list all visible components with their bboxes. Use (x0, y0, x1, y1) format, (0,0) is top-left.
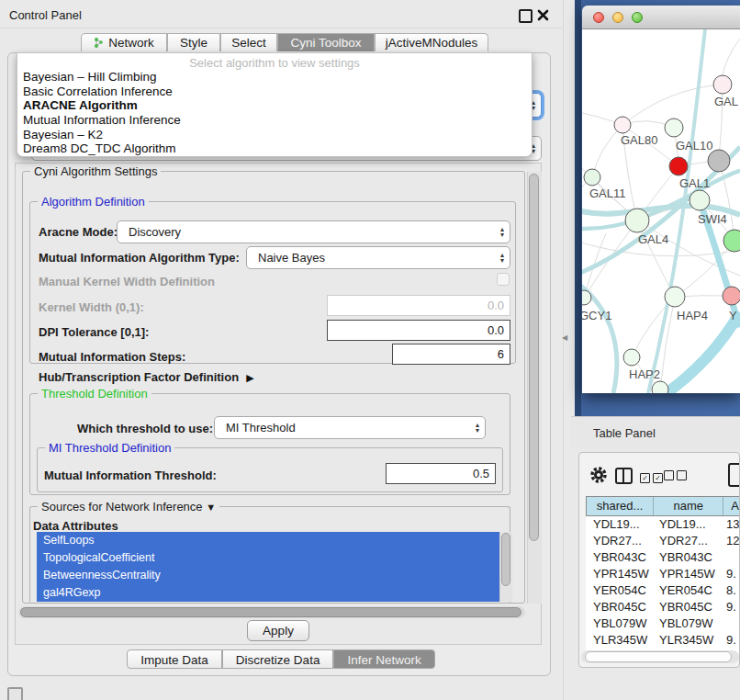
table-row[interactable]: YDR27...YDR27...12 (586, 533, 740, 549)
node-GAL-top[interactable] (713, 75, 732, 94)
tab-network[interactable]: Network (81, 33, 167, 51)
algorithm-option[interactable]: Mutual Information Inference (21, 113, 528, 127)
column-header-partial[interactable]: A (723, 497, 740, 515)
attribute-item[interactable]: TopologicalCoefficient (37, 549, 499, 567)
svg-text:GCY1: GCY1 (582, 309, 611, 322)
dpi-tolerance-field[interactable]: 0.0 (327, 320, 510, 341)
algorithm-dropdown-popup: Select algorithm to view settings Bayesi… (17, 52, 533, 157)
mi-threshold-field[interactable]: 0.5 (386, 463, 496, 484)
node-SWI4[interactable] (690, 190, 710, 210)
node-HAP2[interactable] (623, 349, 640, 366)
node-Y[interactable] (723, 287, 740, 305)
combo-placeholder: Select algorithm to view settings (17, 56, 532, 70)
settings-vertical-scrollbar[interactable] (527, 172, 542, 604)
combo-arrows-icon: ▴▾ (476, 423, 479, 434)
tab-cyni-toolbox[interactable]: Cyni Toolbox (277, 33, 375, 51)
table-panel-title: Table Panel (593, 426, 656, 440)
table-row[interactable]: YPR145WYPR145W9. (586, 566, 740, 582)
list-scrollbar[interactable] (499, 532, 512, 602)
kernel-width-field[interactable]: 0.0 (327, 295, 510, 316)
svg-text:GAL80: GAL80 (621, 133, 657, 147)
network-canvas[interactable]: GAL80 GAL10 GAL1 GAL11 SWI4 GAL4 GAL GCY… (582, 29, 740, 393)
float-window-icon[interactable] (519, 9, 533, 23)
node-bottom[interactable] (652, 381, 668, 393)
tab-select[interactable]: Select (220, 33, 277, 51)
collapse-down-icon[interactable]: ▼ (206, 502, 216, 513)
algorithm-option[interactable]: Bayesian – K2 (21, 128, 528, 141)
dpi-tolerance-label: DPI Tolerance [0,1]: (39, 325, 149, 339)
select-all-checkboxes-icon[interactable]: ✓✓ (640, 469, 666, 483)
network-icon (94, 36, 104, 54)
manual-kernel-label: Manual Kernel Width Definition (39, 275, 215, 288)
svg-text:HAP2: HAP2 (629, 367, 660, 381)
tab-impute-data[interactable]: Impute Data (127, 649, 222, 669)
node-HAP4[interactable] (665, 287, 685, 307)
control-panel-titlebar: Control Panel (0, 4, 562, 28)
node-GAL11[interactable] (584, 169, 600, 186)
group-title: Sources for Network Inference ▼ (38, 500, 219, 514)
mi-type-combo[interactable]: Naive Bayes ▴▾ (246, 246, 510, 269)
table-body: YDL19...YDL19...13 YDR27...YDR27...12 YB… (586, 516, 740, 654)
settings-gear-icon[interactable] (589, 466, 608, 487)
table-document-icon[interactable] (728, 463, 740, 487)
table-row[interactable]: YDL19...YDL19...13 (586, 516, 740, 533)
svg-text:GAL1: GAL1 (679, 176, 710, 190)
table-horizontal-scrollbar[interactable] (581, 650, 739, 663)
tab-jactivemnodules[interactable]: jActiveMNodules (375, 33, 488, 51)
zoom-traffic-light-icon[interactable] (632, 12, 643, 23)
mi-steps-field[interactable]: 6 (392, 344, 510, 365)
attribute-item[interactable]: SelfLoops (37, 532, 499, 549)
table-row[interactable]: YBR043CYBR043C (586, 549, 740, 566)
aracne-mode-label: Aracne Mode: (39, 225, 118, 239)
tab-discretize-data[interactable]: Discretize Data (222, 649, 334, 669)
svg-text:Y: Y (729, 309, 737, 322)
algorithm-option-selected[interactable]: ARACNE Algorithm (21, 98, 528, 112)
manual-kernel-checkbox[interactable] (497, 273, 510, 286)
table-row[interactable]: YBR045CYBR045C9. (586, 599, 740, 615)
svg-text:SWI4: SWI4 (698, 212, 727, 226)
settings-horizontal-scrollbar[interactable] (18, 606, 525, 618)
node-gray[interactable] (708, 150, 730, 172)
close-traffic-light-icon[interactable] (593, 12, 604, 23)
svg-text:GAL10: GAL10 (676, 139, 712, 152)
which-threshold-combo[interactable]: MI Threshold ▴▾ (214, 416, 486, 439)
column-header-name[interactable]: name (654, 497, 723, 515)
data-attributes-label: Data Attributes (33, 519, 118, 533)
node-GAL4[interactable] (625, 209, 649, 232)
close-icon[interactable] (537, 9, 549, 21)
network-window-titlebar[interactable] (582, 6, 740, 29)
mi-threshold-label: Mutual Information Threshold: (44, 469, 217, 482)
algorithm-option[interactable]: Bayesian – Hill Climbing (21, 70, 528, 84)
hub-definition-expander[interactable]: Hub/Transcription Factor Definition▶ (39, 370, 254, 384)
application-window: Control Panel Network Style Select Cyni … (0, 0, 740, 700)
table-row[interactable]: YLR345WYLR345W9. (586, 632, 740, 649)
algorithm-option[interactable]: Dream8 DC_TDC Algorithm (21, 141, 528, 155)
node-GAL1[interactable] (669, 157, 688, 175)
cyni-bottom-tabs: Impute Data Discretize Data Infer Networ… (0, 649, 562, 671)
node-GAL10[interactable] (665, 119, 683, 137)
tab-style[interactable]: Style (167, 33, 220, 51)
group-title: Cyni Algorithm Settings (30, 164, 161, 178)
apply-button[interactable]: Apply (247, 620, 309, 641)
node-GAL80[interactable] (614, 117, 631, 133)
svg-text:HAP4: HAP4 (677, 309, 708, 322)
minimize-traffic-light-icon[interactable] (612, 12, 623, 23)
network-window: GAL80 GAL10 GAL1 GAL11 SWI4 GAL4 GAL GCY… (582, 6, 740, 393)
table-row[interactable]: YER054CYER054C8. (586, 582, 740, 599)
aracne-mode-combo[interactable]: Discovery ▴▾ (117, 220, 510, 243)
node-green[interactable] (723, 230, 740, 252)
deselect-all-checkboxes-icon[interactable] (664, 469, 690, 483)
combo-arrows-icon: ▴▾ (500, 253, 504, 264)
columns-icon[interactable] (615, 468, 633, 484)
algorithm-option[interactable]: Basic Correlation Inference (21, 85, 528, 98)
svg-text:GAL11: GAL11 (589, 186, 626, 200)
minimized-panel-icon[interactable] (7, 687, 23, 700)
tab-infer-network[interactable]: Infer Network (333, 649, 434, 669)
divider-collapse-icon[interactable]: ◀ (562, 333, 567, 342)
svg-text:GAL4: GAL4 (638, 232, 668, 246)
table-row[interactable]: YBL079WYBL079W (586, 615, 740, 632)
attribute-item[interactable]: gal4RGexp (37, 584, 499, 602)
attribute-item[interactable]: BetweennessCentrality (37, 567, 499, 584)
column-header-shared-name[interactable]: shared... (587, 497, 654, 515)
combo-arrows-icon: ▴▾ (500, 227, 504, 238)
